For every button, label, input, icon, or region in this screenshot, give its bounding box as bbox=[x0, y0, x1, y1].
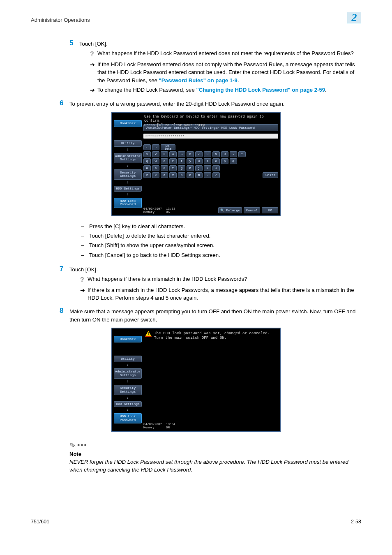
side-security[interactable]: Security Settings bbox=[114, 169, 142, 180]
side-bookmark[interactable]: Bookmark bbox=[114, 120, 142, 127]
screenshot-confirm-password: Bookmark Utility ↓ Administrator Setting… bbox=[31, 112, 361, 217]
key[interactable]: b bbox=[178, 172, 185, 178]
step-number: 5 bbox=[69, 39, 79, 47]
key[interactable]: x bbox=[152, 172, 159, 178]
key[interactable]: - bbox=[230, 151, 237, 157]
dash-icon: – bbox=[80, 222, 89, 230]
arrow-icon: ➔ bbox=[80, 286, 88, 302]
key[interactable]: a bbox=[143, 165, 151, 171]
key[interactable]: s bbox=[152, 165, 159, 171]
list-item: Touch [Delete] to delete the last charac… bbox=[89, 232, 210, 240]
key[interactable]: 4 bbox=[169, 151, 177, 157]
answer-text: If the HDD Lock Password entered does no… bbox=[97, 60, 361, 84]
side-utility[interactable]: Utility bbox=[114, 356, 142, 362]
key[interactable]: u bbox=[195, 158, 203, 164]
key[interactable]: n bbox=[187, 172, 194, 178]
link-password-rules[interactable]: "Password Rules" on page 1-9 bbox=[159, 77, 238, 83]
dash-icon: – bbox=[80, 251, 89, 259]
key[interactable]: m bbox=[195, 172, 203, 178]
step-number: 6 bbox=[60, 99, 69, 107]
link-changing-hdd-lock[interactable]: "Changing the HDD Lock Password" on page… bbox=[196, 87, 325, 93]
key[interactable]: . bbox=[204, 172, 211, 178]
step-6: 6 To prevent entry of a wrong password, … bbox=[31, 99, 361, 108]
key[interactable]: h bbox=[187, 165, 194, 171]
dash-icon: – bbox=[80, 241, 89, 249]
warning-icon: ! bbox=[145, 331, 152, 337]
key[interactable]: 1 bbox=[143, 151, 151, 157]
key[interactable]: 3 bbox=[161, 151, 168, 157]
key[interactable]: @ bbox=[230, 158, 237, 164]
key[interactable]: k bbox=[204, 165, 211, 171]
side-hdd[interactable]: HDD Settings bbox=[114, 186, 142, 192]
key[interactable]: i bbox=[204, 158, 211, 164]
header-title: Administrator Operations bbox=[31, 17, 90, 23]
key[interactable]: c bbox=[161, 172, 168, 178]
key[interactable]: q bbox=[143, 158, 151, 164]
key-shift[interactable]: Shift bbox=[263, 172, 278, 178]
pencil-icon: ✎ bbox=[69, 440, 77, 451]
key[interactable]: 2 bbox=[152, 151, 159, 157]
footer-page: 2-58 bbox=[351, 519, 361, 525]
key-left-icon[interactable]: ← bbox=[143, 144, 151, 150]
key[interactable]: e bbox=[161, 158, 168, 164]
cancel-button[interactable]: Cancel bbox=[244, 207, 260, 213]
key-delete[interactable]: De- lete bbox=[161, 144, 175, 150]
screenshot-power-cycle-prompt: Bookmark Utility ↓ Administrator Setting… bbox=[31, 328, 361, 433]
step-text: Touch [OK]. bbox=[79, 40, 361, 48]
side-hdd-lock[interactable]: HDD Lock Password bbox=[114, 413, 142, 423]
step-text: To prevent entry of a wrong password, en… bbox=[69, 100, 361, 108]
key[interactable]: 8 bbox=[204, 151, 211, 157]
chevron-down-icon: ↓ bbox=[114, 408, 142, 412]
password-input[interactable]: ******************** bbox=[143, 134, 278, 139]
key[interactable]: r bbox=[169, 158, 177, 164]
note-block: ✎ ••• Note NEVER forget the HDD Lock Pas… bbox=[69, 441, 361, 474]
step-5: 5 Touch [OK]. ? What happens if the HDD … bbox=[31, 39, 361, 94]
key[interactable]: l bbox=[212, 165, 220, 171]
key[interactable]: 5 bbox=[178, 151, 185, 157]
key[interactable]: y bbox=[187, 158, 194, 164]
side-hdd-lock[interactable]: HDD Lock Password bbox=[114, 198, 142, 208]
screen-instruction: Use the keyboard or keypad to enter new … bbox=[143, 113, 278, 124]
arrow-icon: ➔ bbox=[90, 60, 97, 84]
enlarge-button[interactable]: 🔍 Enlarge bbox=[218, 207, 242, 213]
step-8: 8 Make sure that a message appears promp… bbox=[31, 307, 361, 323]
key[interactable]: 7 bbox=[195, 151, 203, 157]
question-text: What happens if the HDD Lock Password en… bbox=[97, 49, 354, 59]
key[interactable]: v bbox=[169, 172, 177, 178]
side-bookmark[interactable]: Bookmark bbox=[114, 336, 142, 342]
chevron-down-icon: ↓ bbox=[114, 148, 142, 152]
ok-button[interactable]: OK bbox=[262, 207, 278, 213]
question-icon: ? bbox=[90, 49, 97, 59]
key[interactable]: g bbox=[178, 165, 185, 171]
warning-message: ! The HDD lock password was set, changed… bbox=[143, 329, 278, 342]
chevron-down-icon: ↓ bbox=[114, 396, 142, 400]
key[interactable]: j bbox=[195, 165, 203, 171]
key[interactable]: w bbox=[152, 158, 159, 164]
key[interactable]: 6 bbox=[187, 151, 194, 157]
side-security[interactable]: Security Settings bbox=[114, 385, 142, 395]
key[interactable]: 9 bbox=[212, 151, 220, 157]
key[interactable]: ^ bbox=[238, 151, 246, 157]
key[interactable]: t bbox=[178, 158, 185, 164]
chapter-number: 2 bbox=[347, 12, 361, 24]
side-admin[interactable]: Administrator Settings bbox=[114, 368, 142, 379]
side-hdd[interactable]: HDD Settings bbox=[114, 401, 142, 407]
answer-text: If there is a mismatch in the HDD Lock P… bbox=[88, 286, 361, 302]
side-admin[interactable]: Administrator Settings bbox=[114, 153, 142, 163]
key[interactable]: / bbox=[212, 172, 220, 178]
key[interactable]: p bbox=[221, 158, 228, 164]
side-utility[interactable]: Utility bbox=[114, 140, 142, 147]
note-text: NEVER forget the HDD Lock Password set t… bbox=[69, 458, 361, 474]
key[interactable]: z bbox=[143, 172, 151, 178]
step-7: 7 Touch [OK]. ? What happens if there is… bbox=[31, 265, 361, 302]
key[interactable]: d bbox=[161, 165, 168, 171]
step-text: Touch [OK]. bbox=[69, 266, 361, 273]
key[interactable]: f bbox=[169, 165, 177, 171]
list-item: Touch [Cancel] to go back to the HDD Set… bbox=[89, 251, 220, 259]
chevron-down-icon: ↓ bbox=[114, 379, 142, 384]
key[interactable]: o bbox=[212, 158, 220, 164]
key[interactable]: 0 bbox=[221, 151, 228, 157]
key-right-icon[interactable]: → bbox=[152, 144, 159, 150]
chevron-down-icon: ↓ bbox=[114, 192, 142, 197]
ellipsis-icon: ••• bbox=[77, 441, 88, 450]
